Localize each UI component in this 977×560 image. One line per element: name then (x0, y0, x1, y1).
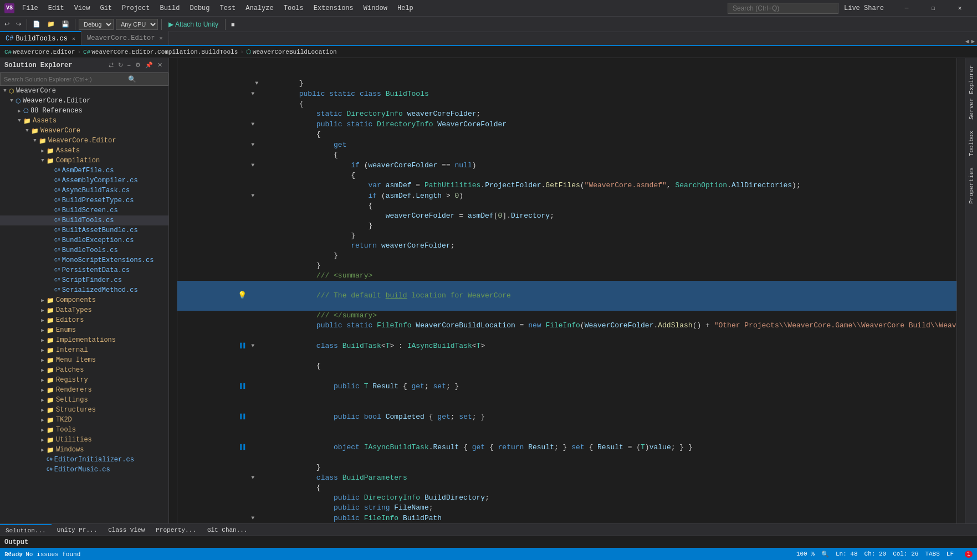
close-button[interactable]: ✕ (947, 0, 973, 17)
tree-item-weavercore-editor-folder[interactable]: ▼ 📁 WeaverCore.Editor (0, 136, 168, 146)
se-sync-button[interactable]: ⇄ (107, 61, 115, 69)
tree-item-buildpresettype[interactable]: ▶ C# BuildPresetType.cs (0, 196, 168, 205)
fold-icon[interactable]: ▼ (251, 142, 254, 148)
server-explorer-tab[interactable]: Server Explorer (967, 60, 976, 124)
tree-item-registry[interactable]: ▶ 📁 Registry (0, 375, 168, 385)
tree-item-utilities[interactable]: ▶ 📁 Utilities (0, 435, 168, 445)
tree-item-implementations[interactable]: ▶ 📁 Implementations (0, 335, 168, 345)
menu-extensions[interactable]: Extensions (309, 3, 358, 13)
menu-git[interactable]: Git (95, 3, 116, 13)
tab-scroll-left[interactable]: ◀ (965, 38, 969, 45)
global-search-input[interactable] (728, 3, 838, 14)
fold-icon[interactable]: ▼ (255, 80, 258, 86)
tree-item-assets[interactable]: ▼ 📁 Assets (0, 116, 168, 126)
breadcrumb-part-2[interactable]: C# WeaverCore.Editor.Compilation.BuildTo… (83, 49, 238, 55)
tree-item-weavercore-folder[interactable]: ▼ 📁 WeaverCore (0, 126, 168, 136)
fold-icon[interactable]: ▼ (251, 475, 254, 481)
menu-test[interactable]: Test (216, 3, 241, 13)
menu-file[interactable]: File (18, 3, 43, 13)
run-button[interactable]: ▶ Attach to Unity (165, 19, 222, 29)
menu-window[interactable]: Window (359, 3, 392, 13)
redo-button[interactable]: ↪ (14, 19, 23, 29)
tree-item-windows[interactable]: ▶ 📁 Windows (0, 445, 168, 455)
platform-dropdown[interactable]: Any CPU (116, 19, 158, 30)
tree-item-tk2d[interactable]: ▶ 📁 TK2D (0, 415, 168, 425)
tree-item-patches[interactable]: ▶ 📁 Patches (0, 365, 168, 375)
bottom-tab-unity[interactable]: Unity Pr... (52, 524, 103, 536)
tree-item-asyncbuildtask[interactable]: ▶ C# AsyncBuildTask.cs (0, 186, 168, 196)
code-editor[interactable]: ▼ } ▼ public static class BuildTools (177, 58, 956, 523)
tree-item-internal[interactable]: ▶ 📁 Internal (0, 345, 168, 355)
tree-item-menuitems[interactable]: ▶ 📁 Menu Items (0, 355, 168, 365)
se-refresh-button[interactable]: ↻ (116, 61, 125, 69)
tree-item-monoscript[interactable]: ▶ C# MonoScriptExtensions.cs (0, 255, 168, 265)
tree-item-assemblycompiler[interactable]: ▶ C# AssemblyCompiler.cs (0, 176, 168, 186)
menu-build[interactable]: Build (155, 3, 184, 13)
se-search-input[interactable] (4, 76, 126, 83)
tree-item-compilation[interactable]: ▼ 📁 Compilation (0, 156, 168, 166)
fold-icon[interactable]: ▼ (251, 121, 254, 127)
live-share-btn[interactable]: Live Share (842, 3, 886, 13)
menu-analyze[interactable]: Analyze (241, 3, 278, 13)
tree-item-editormusic[interactable]: ▶ C# EditorMusic.cs (0, 465, 168, 475)
fold-icon[interactable]: ▼ (251, 343, 254, 349)
tree-item-serializedmethod[interactable]: ▶ C# SerializedMethod.cs (0, 285, 168, 295)
properties-tab[interactable]: Properties (967, 163, 976, 208)
breadcrumb-part-3[interactable]: ⬡ WeaverCoreBuildLocation (246, 48, 337, 55)
open-button[interactable]: 📁 (45, 19, 57, 29)
tab-buildtools[interactable]: C# BuildTools.cs ✕ (0, 31, 81, 45)
minimize-button[interactable]: ─ (894, 0, 919, 17)
fold-icon[interactable]: ▼ (251, 91, 254, 97)
tree-item-persistentdata[interactable]: ▶ C# PersistentData.cs (0, 265, 168, 275)
tree-item-builtassetbundle[interactable]: ▶ C# BuiltAssetBundle.cs (0, 225, 168, 235)
tree-item-assets-sub[interactable]: ▶ 📁 Assets (0, 146, 168, 156)
tab-weavercore-editor[interactable]: WeaverCore.Editor ✕ (81, 31, 168, 45)
undo-button[interactable]: ↩ (2, 19, 12, 29)
tree-item-buildscreen[interactable]: ▶ C# BuildScreen.cs (0, 205, 168, 215)
bottom-tab-classview[interactable]: Class View (103, 524, 150, 536)
tab-buildtools-close[interactable]: ✕ (72, 35, 75, 42)
se-collapse-button[interactable]: − (126, 61, 132, 69)
tree-item-bundletools[interactable]: ▶ C# BundleTools.cs (0, 245, 168, 255)
tree-item-components[interactable]: ▶ 📁 Components (0, 295, 168, 305)
tree-item-weavercore-editor-proj[interactable]: ▼ ⬡ WeaverCore.Editor (0, 96, 168, 106)
bottom-tab-property[interactable]: Property... (150, 524, 202, 536)
fold-icon[interactable]: ▼ (251, 162, 254, 168)
breadcrumb-part-1[interactable]: C# WeaverCore.Editor (4, 49, 75, 55)
tab-weavercore-close[interactable]: ✕ (159, 35, 162, 42)
tree-item-settings[interactable]: ▶ 📁 Settings (0, 395, 168, 405)
tree-item-tools[interactable]: ▶ 📁 Tools (0, 425, 168, 435)
tree-item-scriptfinder[interactable]: ▶ C# ScriptFinder.cs (0, 275, 168, 285)
encoding-indicator[interactable]: LF (947, 551, 954, 558)
toolbox-tab[interactable]: Toolbox (967, 126, 976, 161)
tree-item-datatypes[interactable]: ▶ 📁 DataTypes (0, 305, 168, 315)
tree-item-weavercore-solution[interactable]: ▼ ⬡ WeaverCore (0, 86, 168, 96)
menu-tools[interactable]: Tools (279, 3, 308, 13)
se-close-button[interactable]: ✕ (156, 61, 164, 69)
tab-scroll-right[interactable]: ▶ (971, 38, 975, 45)
tree-item-asmdeffile[interactable]: ▶ C# AsmDefFile.cs (0, 166, 168, 176)
menu-view[interactable]: View (70, 3, 95, 13)
tree-item-references[interactable]: ▶ ⎔ 88 References (0, 106, 168, 116)
fold-icon[interactable]: ▼ (251, 515, 254, 521)
tree-item-bundleexception[interactable]: ▶ C# BundleException.cs (0, 235, 168, 245)
stop-button[interactable]: ■ (229, 20, 237, 29)
tree-item-renderers[interactable]: ▶ 📁 Renderers (0, 385, 168, 395)
tree-item-enums[interactable]: ▶ 📁 Enums (0, 325, 168, 335)
notifications-icon[interactable]: 1 (965, 551, 973, 557)
save-button[interactable]: 💾 (59, 19, 71, 29)
bottom-tab-solution[interactable]: Solution... (0, 524, 52, 536)
tree-item-editors[interactable]: ▶ 📁 Editors (0, 315, 168, 325)
tree-item-editorinitializer[interactable]: ▶ C# EditorInitializer.cs (0, 455, 168, 465)
menu-edit[interactable]: Edit (44, 3, 69, 13)
tree-item-structures[interactable]: ▶ 📁 Structures (0, 405, 168, 415)
debug-config-dropdown[interactable]: Debug (79, 19, 114, 30)
vertical-scrollbar[interactable] (956, 58, 965, 523)
new-file-button[interactable]: 📄 (30, 19, 43, 29)
menu-project[interactable]: Project (117, 3, 154, 13)
no-issues[interactable]: ⊙ No issues found (18, 551, 80, 558)
restore-button[interactable]: ☐ (920, 0, 946, 17)
se-pin-button[interactable]: 📌 (144, 61, 155, 69)
menu-help[interactable]: Help (393, 3, 418, 13)
tree-item-buildtools[interactable]: ▶ C# BuildTools.cs (0, 215, 168, 225)
